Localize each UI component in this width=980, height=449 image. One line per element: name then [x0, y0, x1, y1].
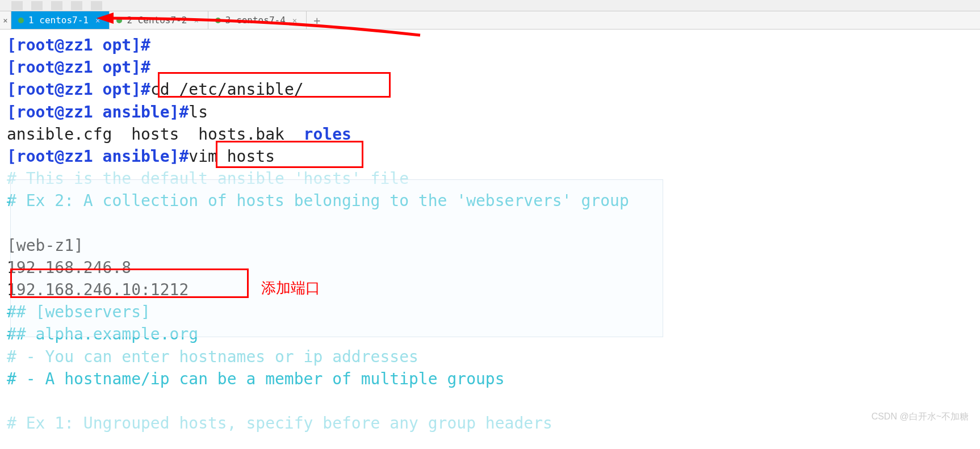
status-dot-icon [18, 18, 24, 23]
prompt: [root@zz1 opt]# [7, 58, 150, 77]
add-tab-button[interactable]: + [307, 11, 327, 29]
toolbar [0, 0, 980, 11]
file-comment: ## alpha.example.org [7, 323, 973, 345]
file-name: hosts.bak [198, 125, 284, 144]
file-comment: # This is the default ansible 'hosts' fi… [7, 167, 973, 190]
dir-name: roles [304, 125, 351, 144]
tab-bar: × 1 centos7-1 × 2 Centos7-2 × 3 centos7-… [0, 11, 980, 30]
prompt: [root@zz1 opt]# [7, 36, 150, 54]
command-text: cd /etc/ansible/ [150, 80, 304, 99]
file-comment: # - You can enter hostnames or ip addres… [7, 346, 973, 368]
file-name: ansible.cfg [7, 125, 112, 144]
prompt: [root@zz1 ansible]# [7, 147, 189, 166]
watermark: CSDN @白开水~不加糖 [872, 411, 969, 423]
close-icon[interactable]: × [290, 16, 299, 25]
file-comment: # Ex 2: A collection of hosts belonging … [7, 190, 973, 212]
file-content: 192.168.246.8 [7, 257, 973, 279]
tab-label: 1 centos7-1 [28, 15, 89, 26]
file-content: [web-z1] [7, 234, 973, 257]
prompt: [root@zz1 opt]# [7, 80, 150, 99]
terminal-output[interactable]: [root@zz1 opt]# [root@zz1 opt]# [root@zz… [0, 30, 980, 439]
terminal-line: [root@zz1 opt]# [7, 34, 973, 56]
tab-label: 3 centos7-4 [225, 15, 286, 26]
toolbar-icon[interactable] [31, 1, 43, 10]
terminal-line: [root@zz1 ansible]#vim hosts [7, 145, 973, 167]
status-dot-icon [116, 18, 122, 23]
terminal-line: [root@zz1 ansible]#ls [7, 101, 973, 123]
close-icon[interactable]: × [191, 16, 200, 25]
toolbar-icon[interactable] [91, 1, 102, 10]
toolbar-icon[interactable] [51, 1, 62, 10]
file-comment: # Ex 1: Ungrouped hosts, specify before … [7, 412, 973, 434]
file-comment: # - A hostname/ip can be a member of mul… [7, 368, 973, 390]
file-content: 192.168.246.10:1212 [7, 279, 973, 301]
toolbar-icon[interactable] [71, 1, 82, 10]
command-text: vim hosts [189, 147, 275, 166]
toolbar-icon[interactable] [11, 1, 23, 10]
panel-close[interactable]: × [0, 11, 11, 29]
tab-centos7-4[interactable]: 3 centos7-4 × [208, 11, 307, 29]
file-name: hosts [131, 125, 179, 144]
terminal-line: [root@zz1 opt]# [7, 56, 973, 78]
blank-line [7, 390, 973, 412]
command-text: ls [189, 103, 208, 121]
tab-label: 2 Centos7-2 [127, 15, 187, 26]
tab-centos7-1[interactable]: 1 centos7-1 × [11, 11, 110, 29]
prompt: [root@zz1 ansible]# [7, 103, 189, 121]
status-dot-icon [215, 18, 221, 23]
tab-centos7-2[interactable]: 2 Centos7-2 × [110, 11, 208, 29]
terminal-line: ansible.cfg hosts hosts.bak roles [7, 123, 973, 145]
annotation-label: 添加端口 [261, 278, 320, 298]
close-icon[interactable]: × [93, 16, 102, 25]
terminal-line: [root@zz1 opt]#cd /etc/ansible/ [7, 78, 973, 100]
file-comment: ## [webservers] [7, 301, 973, 323]
blank-line [7, 212, 973, 234]
